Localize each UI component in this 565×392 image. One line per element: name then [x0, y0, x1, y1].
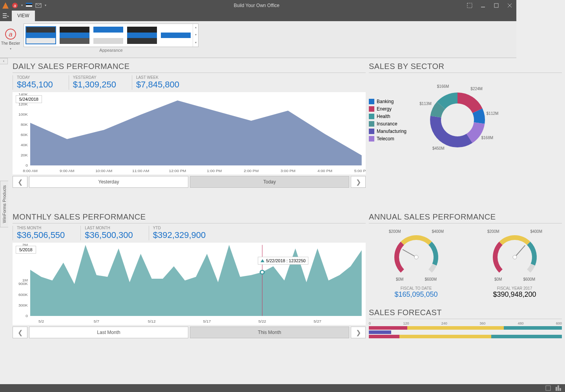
svg-text:$200M: $200M — [487, 229, 499, 234]
daily-seg-today[interactable]: Today — [190, 176, 349, 188]
app-menu-button[interactable] — [0, 11, 12, 21]
gallery-down-icon[interactable]: ▾ — [193, 31, 198, 39]
svg-text:5/7: 5/7 — [94, 319, 99, 324]
daily-date-badge: 5/24/2018 — [16, 95, 42, 103]
mail-icon[interactable] — [35, 2, 42, 9]
title-bar: a ▾ ▾ Build Your Own Office — [0, 0, 516, 11]
svg-text:5/2: 5/2 — [38, 319, 44, 324]
monthly-seg-this[interactable]: This Month — [190, 327, 349, 338]
side-tab-products[interactable]: WinForms Products — [0, 181, 8, 227]
svg-text:$112M: $112M — [487, 111, 499, 116]
ribbon-tabs: VIEW — [0, 11, 516, 21]
svg-text:12:00 PM: 12:00 PM — [169, 169, 186, 173]
legend-item: Energy — [369, 106, 406, 112]
gallery-up-icon[interactable]: ▴ — [193, 24, 198, 31]
ribbon: a The Bezier ▾ ▴ ▾ ▾ Appearance — [0, 21, 516, 58]
chevron-down-icon: ▾ — [10, 47, 11, 51]
sector-title: SALES BY SECTOR — [369, 58, 516, 73]
svg-text:5/22: 5/22 — [258, 319, 266, 324]
theme-swatch[interactable] — [127, 26, 157, 44]
svg-text:$0M: $0M — [396, 277, 403, 281]
legend-item: Health — [369, 114, 406, 119]
legend-item: Insurance — [369, 121, 406, 127]
svg-rect-9 — [494, 4, 498, 7]
flag-icon[interactable] — [26, 2, 32, 9]
sales-by-sector-panel: SALES BY SECTOR BankingEnergyHealthInsur… — [369, 58, 516, 205]
svg-rect-5 — [26, 5, 32, 6]
sales-forecast-panel: SALES FORECAST 0120240360480600 — [369, 304, 516, 338]
tab-view[interactable]: VIEW — [12, 11, 35, 21]
monthly-next-button[interactable]: ❯ — [351, 327, 366, 338]
svg-point-63 — [513, 255, 517, 259]
gauge-fiscal-year[interactable]: $200M$400M$0M$600M — [483, 226, 517, 285]
svg-marker-0 — [2, 2, 9, 9]
monthly-prev-button[interactable]: ❮ — [13, 327, 27, 338]
gauge-fiscal-to-date[interactable]: $200M$400M$0M$600M — [385, 226, 448, 285]
svg-text:60K: 60K — [21, 133, 28, 137]
maximize-icon[interactable] — [494, 3, 499, 8]
svg-text:$113M: $113M — [419, 102, 432, 106]
fullscreen-icon[interactable] — [467, 3, 472, 8]
svg-rect-3 — [26, 3, 32, 4]
app-icon — [2, 2, 9, 9]
minimize-icon[interactable] — [480, 3, 486, 8]
monthly-title: MONTHLY SALES PERFORMANCE — [13, 209, 366, 223]
svg-rect-14 — [3, 17, 7, 18]
theme-swatch[interactable] — [93, 26, 124, 44]
theme-swatch[interactable] — [160, 26, 191, 44]
gallery-more-icon[interactable]: ▾ — [193, 39, 198, 47]
monthly-ytd-value: $392,329,900 — [153, 230, 206, 240]
close-icon[interactable] — [507, 3, 512, 8]
svg-text:2:00 PM: 2:00 PM — [244, 169, 259, 173]
svg-text:4:00 PM: 4:00 PM — [317, 169, 332, 173]
svg-text:$600M: $600M — [425, 277, 437, 281]
svg-text:1M: 1M — [22, 278, 28, 283]
daily-next-button[interactable]: ❯ — [351, 176, 366, 188]
theme-swatch[interactable] — [26, 26, 56, 44]
svg-point-57 — [414, 255, 418, 259]
svg-text:1:00 PM: 1:00 PM — [207, 169, 222, 173]
forecast-chart[interactable] — [369, 326, 516, 338]
svg-text:5/17: 5/17 — [203, 319, 211, 324]
daily-chart[interactable]: 5/24/2018 020K40K60K80K100K120K140K8:00 … — [13, 92, 366, 174]
svg-rect-7 — [467, 3, 472, 8]
svg-rect-12 — [3, 13, 7, 14]
daily-prev-button[interactable]: ❮ — [13, 176, 27, 188]
svg-text:$168M: $168M — [481, 136, 494, 140]
svg-marker-15 — [7, 15, 9, 17]
dropdown-icon[interactable]: ▾ — [21, 4, 23, 7]
svg-text:20K: 20K — [21, 153, 28, 157]
monthly-this-value: $36,506,550 — [17, 230, 65, 240]
ribbon-group-label: Appearance — [24, 48, 199, 53]
theme-swatch[interactable] — [59, 26, 90, 44]
daily-title: DAILY SALES PERFORMANCE — [13, 58, 366, 73]
svg-text:100K: 100K — [18, 113, 28, 117]
monthly-tooltip: 5/22/2018 : 1232250 — [258, 257, 308, 265]
collapse-handle[interactable]: ‹ — [0, 58, 8, 64]
svg-text:a: a — [14, 3, 16, 8]
svg-text:5/12: 5/12 — [148, 319, 156, 324]
monthly-date-badge: 5/2018 — [16, 246, 36, 254]
theme-gallery: ▴ ▾ ▾ — [24, 24, 199, 47]
monthly-chart[interactable]: 5/2018 0300K600K900K1M2M5/25/75/125/175/… — [13, 243, 366, 325]
brand-icon: a — [12, 2, 18, 9]
annual-title: ANNUAL SALES PERFORMANCE — [369, 209, 516, 223]
sector-donut-chart[interactable]: $224M$112M$168M$450M$113M$166M — [414, 77, 501, 163]
daily-yesterday-value: $1,309,250 — [73, 80, 116, 90]
svg-text:80K: 80K — [21, 123, 28, 127]
monthly-sales-panel: MONTHLY SALES PERFORMANCE THIS MONTH$36,… — [13, 209, 366, 358]
svg-text:8:00 AM: 8:00 AM — [23, 169, 37, 173]
legend-item: Manufacturing — [369, 129, 406, 134]
svg-text:40K: 40K — [21, 143, 28, 147]
monthly-seg-last[interactable]: Last Month — [29, 327, 188, 338]
svg-text:$450M: $450M — [432, 146, 445, 151]
svg-text:$224M: $224M — [470, 87, 483, 91]
ribbon-theme-button[interactable]: a The Bezier ▾ — [0, 21, 21, 58]
forecast-title: SALES FORECAST — [369, 304, 516, 319]
svg-point-55 — [260, 270, 264, 274]
svg-text:600K: 600K — [18, 292, 28, 297]
svg-line-56 — [403, 249, 416, 257]
svg-text:11:00 AM: 11:00 AM — [132, 169, 149, 173]
daily-seg-yesterday[interactable]: Yesterday — [29, 176, 188, 188]
svg-text:a: a — [9, 31, 12, 38]
